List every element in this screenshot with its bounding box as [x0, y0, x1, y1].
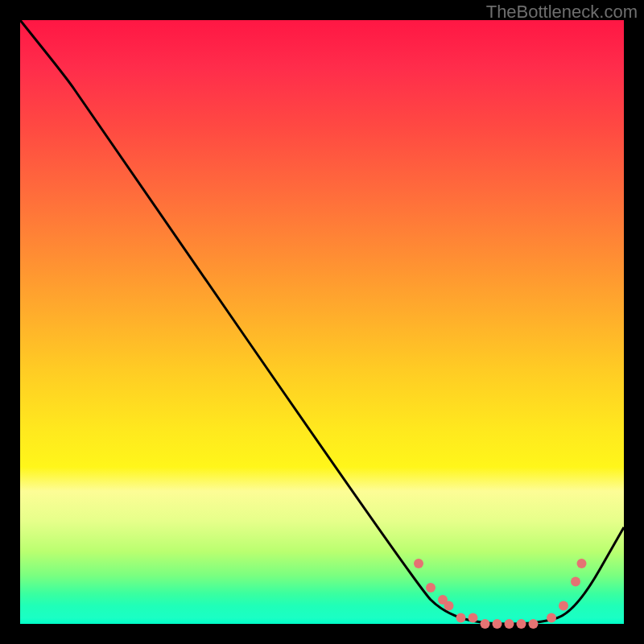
chart-svg	[20, 20, 624, 624]
data-marker	[493, 619, 502, 629]
data-marker	[444, 601, 454, 611]
data-marker	[517, 619, 526, 629]
data-marker	[505, 619, 514, 629]
data-marker	[577, 559, 587, 568]
data-marker	[571, 577, 580, 587]
data-marker	[547, 613, 556, 623]
data-marker	[426, 583, 436, 592]
curve-group	[20, 20, 624, 624]
data-marker	[456, 613, 466, 623]
data-marker	[481, 619, 490, 629]
data-marker	[414, 559, 423, 568]
markers-group	[414, 559, 587, 629]
data-marker	[559, 601, 568, 611]
data-marker	[469, 613, 478, 623]
data-marker	[529, 619, 539, 629]
plot-area	[20, 20, 624, 624]
bottleneck-curve	[20, 20, 624, 624]
chart-stage: TheBottleneck.com	[0, 0, 644, 644]
